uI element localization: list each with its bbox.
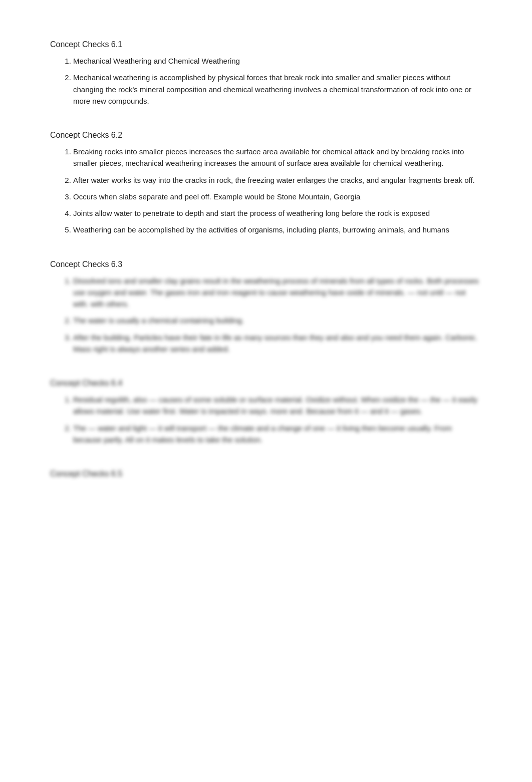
- list-item: Joints allow water to penetrate to depth…: [73, 207, 482, 219]
- list-item: The water is usually a chemical containi…: [73, 315, 482, 326]
- list-item: Residual regolith, also — causes of some…: [73, 394, 482, 417]
- section-6-5: Concept Checks 6.5: [50, 469, 482, 484]
- list-item: Breaking rocks into smaller pieces incre…: [73, 146, 482, 169]
- section-6-4-list: Residual regolith, also — causes of some…: [68, 394, 482, 445]
- section-6-3-title: Concept Checks 6.3: [50, 260, 482, 269]
- section-6-1: Concept Checks 6.1 Mechanical Weathering…: [50, 40, 482, 107]
- list-item: Occurs when slabs separate and peel off.…: [73, 191, 482, 202]
- section-6-5-title: Concept Checks 6.5: [50, 469, 122, 478]
- list-item: Mechanical Weathering and Chemical Weath…: [73, 55, 482, 67]
- list-item: Dissolved ions and smaller clay grains r…: [73, 275, 482, 310]
- list-item: Mechanical weathering is accomplished by…: [73, 72, 482, 107]
- list-item: After the building. Particles have their…: [73, 332, 482, 355]
- section-6-4-title: Concept Checks 6.4: [50, 379, 122, 388]
- section-6-2-list: Breaking rocks into smaller pieces incre…: [68, 146, 482, 236]
- section-6-3-list: Dissolved ions and smaller clay grains r…: [68, 275, 482, 355]
- section-6-1-list: Mechanical Weathering and Chemical Weath…: [68, 55, 482, 107]
- list-item: After water works its way into the crack…: [73, 174, 482, 186]
- section-6-3: Concept Checks 6.3 Dissolved ions and sm…: [50, 260, 482, 355]
- list-item: Weathering can be accomplished by the ac…: [73, 224, 482, 235]
- list-item: The — water and light — it will transpor…: [73, 422, 482, 446]
- section-6-2: Concept Checks 6.2 Breaking rocks into s…: [50, 131, 482, 236]
- section-6-2-title: Concept Checks 6.2: [50, 131, 482, 140]
- section-6-1-title: Concept Checks 6.1: [50, 40, 482, 49]
- page-content: Concept Checks 6.1 Mechanical Weathering…: [50, 40, 482, 484]
- section-6-4: Concept Checks 6.4 Residual regolith, al…: [50, 379, 482, 445]
